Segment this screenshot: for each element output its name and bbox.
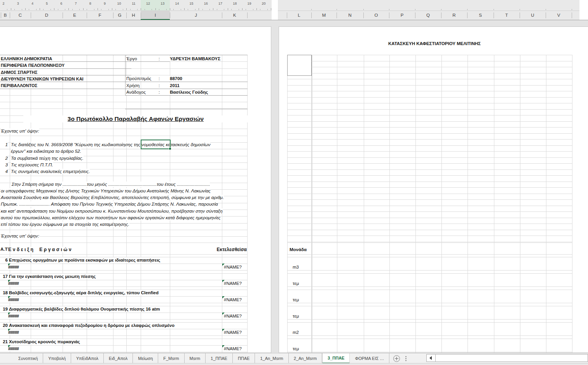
- gridline-h: [125, 89, 248, 89]
- ref-line[interactable]: Τις ισχύουσες Π.Τ.Π.: [11, 162, 53, 168]
- column-header-D[interactable]: D: [31, 11, 63, 19]
- sheet-tab-Μείωση[interactable]: Μείωση: [133, 353, 158, 363]
- gridline-h: [287, 306, 572, 306]
- work-unit-cell[interactable]: τεμ: [293, 281, 299, 286]
- project-label[interactable]: Προϋπ/σμός: [126, 76, 151, 81]
- corner-notch: [579, 0, 588, 20]
- dot: [405, 358, 407, 359]
- column-header-K[interactable]: K: [222, 11, 247, 19]
- column-header-U[interactable]: U: [520, 11, 546, 19]
- work-title[interactable]: Επιχώσεις ορυγμάτων με προϊόντα εκσκαφών…: [9, 257, 160, 263]
- project-value[interactable]: Βασίλειος Γούδης: [170, 89, 208, 95]
- work-name-error-cell[interactable]: #NAME?: [224, 313, 242, 319]
- ref-line[interactable]: Τις συνημένες αναλυτικές επιμετρήσεις.: [11, 169, 90, 174]
- column-header-L[interactable]: L: [287, 11, 311, 19]
- active-cell-selection[interactable]: [141, 140, 171, 149]
- work-unit-cell[interactable]: τεμ: [293, 346, 299, 351]
- fill-handle[interactable]: [169, 147, 171, 150]
- column-header-Q[interactable]: Q: [415, 11, 441, 19]
- column-header-M[interactable]: M: [311, 11, 337, 19]
- merged-cell-outline[interactable]: [287, 55, 312, 76]
- project-value[interactable]: 88700: [170, 76, 182, 81]
- sheet-tab-Υποβολή[interactable]: Υποβολή: [43, 353, 71, 363]
- work-name-error-cell[interactable]: #NAME?: [224, 346, 242, 351]
- work-name-error-cell[interactable]: #NAME?: [224, 281, 242, 286]
- sheet-tab-ΦΟΡΜΑ-ΕΙΣ-…[interactable]: ΦΟΡΜΑ ΕΙΣ …: [350, 353, 389, 363]
- agency-line[interactable]: ΔΗΜΟΣ ΣΠΑΡΤΗΣ: [1, 70, 37, 75]
- document-title[interactable]: 3ο Πρωτόκολλο Παραλαβής Αφανών Εργασιών: [23, 115, 248, 122]
- tab-resize-handle-icon[interactable]: [405, 355, 407, 362]
- unit-column-header[interactable]: Μονάδα: [290, 247, 307, 252]
- narrative-line[interactable]: Πρωτοκ. ........................ Απόφαση…: [1, 201, 218, 207]
- gridline-h: [287, 224, 572, 224]
- sheet-tab-ΠΠΑΕ[interactable]: ΠΠΑΕ: [233, 353, 255, 363]
- narrative-line[interactable]: οι υπογράφοντες Μηχανικοί της Δ/νσης Τεχ…: [1, 188, 211, 194]
- column-header-J[interactable]: J: [170, 11, 222, 19]
- sheet-tab-Συνοπτική[interactable]: Συνοπτική: [13, 353, 43, 363]
- column-header-F[interactable]: F: [87, 11, 113, 19]
- column-header-T[interactable]: T: [494, 11, 520, 19]
- project-value[interactable]: 2011: [170, 83, 180, 88]
- sheet-tab-F_Msrm[interactable]: F_Msrm: [158, 353, 184, 363]
- project-label[interactable]: Έργο: [126, 56, 137, 61]
- work-title[interactable]: Βαλβίδες εισαγωγής-εξαγωγής αέρα διπλής …: [9, 290, 159, 295]
- agency-line[interactable]: ΔΙΕΥΘΥΝΣΗ ΤΕΧΝΙΚΩΝ ΥΠΗΡΕΣΙΩΝ ΚΑΙ: [1, 76, 84, 82]
- sheet-tab-ΥπΕιδΑπολ[interactable]: ΥπΕιδΑπολ: [71, 353, 104, 363]
- page2-title[interactable]: ΚΑΤΑΣΚΕΥΗ ΚΑΦΕΣΤΙΑΤΟΡΙΟΥ ΜΕΛΙΤΙΝΗΣ: [357, 41, 512, 46]
- agency-line[interactable]: ΕΛΛΗΝΙΚΗ ΔΗΜΟΚΡΑΤΙΑ: [1, 56, 52, 61]
- column-header-G[interactable]: G: [113, 11, 126, 19]
- column-header-R[interactable]: R: [441, 11, 467, 19]
- horizontal-scrollbar[interactable]: [426, 354, 588, 362]
- ref-line[interactable]: έργων" και ειδικότερα το άρθρο 52.: [11, 148, 81, 154]
- having-regard-line-1[interactable]: Έχοντας υπ' όψην:: [1, 128, 39, 134]
- narrative-line[interactable]: αυτού του πρωτοκόλλου, κατόπιν ελέγχου τ…: [1, 215, 221, 220]
- narrative-line[interactable]: Αναστασία Σουσάνη και Βασίλειος Βερούτης…: [1, 195, 224, 200]
- work-name-error-cell[interactable]: #NAME?: [224, 264, 242, 270]
- column-header-N[interactable]: N: [337, 11, 363, 19]
- column-header-H[interactable]: H: [126, 11, 141, 19]
- column-header-C[interactable]: C: [10, 11, 31, 19]
- agency-line[interactable]: ΠΕΡΙΦΕΡΕΙΑ ΠΕΛΟΠΟΝΝΗΣΟΥ: [1, 63, 65, 68]
- sheet-tab-2_An_Msrm[interactable]: 2_An_Msrm: [289, 353, 322, 363]
- sheet-tab-Ειδ_Απολ[interactable]: Ειδ_Απολ: [104, 353, 133, 363]
- ref-line[interactable]: Τις διατάξεις του Ν. 3669/2008 "Κύρωση τ…: [11, 142, 210, 147]
- column-header-S[interactable]: S: [467, 11, 494, 19]
- work-unit-cell[interactable]: τεμ: [293, 313, 299, 319]
- sheet-tab-Msrm[interactable]: Msrm: [185, 353, 206, 363]
- work-unit-cell[interactable]: m2: [293, 330, 299, 335]
- sheet-tab-1_ΠΠΑΕ[interactable]: 1_ΠΠΑΕ: [206, 353, 233, 363]
- column-header-B[interactable]: B: [1, 11, 10, 19]
- work-name-error-cell[interactable]: #NAME?: [224, 297, 242, 302]
- ref-line[interactable]: Τα συμβατικά τεύχη της εργολαβίας.: [11, 155, 84, 161]
- having-regard-line-2[interactable]: Έχοντας υπ' όψην:: [1, 233, 39, 239]
- work-title[interactable]: Διαφραγματικές βαλβίδες διπλού θαλάμου Ο…: [9, 306, 160, 312]
- column-header-E[interactable]: E: [63, 11, 87, 19]
- ruler-number: 17: [218, 2, 222, 5]
- scroll-left-button[interactable]: [427, 355, 436, 362]
- agency-line[interactable]: ΠΕΡΙΒΑΛΛΟΝΤΟΣ: [1, 83, 37, 88]
- ruler-number: 4: [31, 2, 33, 5]
- column-header-O[interactable]: O: [363, 11, 389, 19]
- project-value[interactable]: ΥΔΡΕΥΣΗ ΒΑΜΒΑΚΟΥΣ: [170, 56, 220, 61]
- narrative-line[interactable]: Στην Σπάρτη σήμερα την .................…: [12, 182, 210, 187]
- sheet-tab-3_ΠΠΑΕ[interactable]: 3_ΠΠΑΕ: [322, 353, 350, 363]
- work-title[interactable]: Ανακατασκευή και επαναφορά πεζοδρομίου η…: [9, 323, 174, 328]
- work-unit-cell[interactable]: m3: [293, 264, 299, 270]
- ruler-minor-tick: [253, 9, 253, 10]
- project-label[interactable]: Χρήση: [126, 83, 140, 88]
- project-label[interactable]: Ανάδοχος: [126, 89, 146, 95]
- sheet-tab-1_An_Msrm[interactable]: 1_An_Msrm: [255, 353, 288, 363]
- narrative-line[interactable]: επί τόπου του έργου σύμφωνα με τα στοιχε…: [1, 222, 129, 227]
- work-name-error-cell[interactable]: #NAME?: [224, 330, 242, 335]
- narrative-line[interactable]: και κατ' αντιπαράσταση του Νομίμου εκπρο…: [1, 208, 223, 214]
- new-sheet-button[interactable]: [393, 355, 400, 362]
- work-title[interactable]: Χυτοσίδηρος κρουνός πυρκαγιάς: [9, 339, 80, 344]
- column-header-V[interactable]: V: [546, 11, 572, 19]
- ruler-minor-tick: [137, 9, 138, 10]
- table-header-works[interactable]: Ένδειξη Εργασιών: [7, 247, 73, 252]
- work-title[interactable]: Για την εγκατάσταση ενος μειωτη πίεσης: [9, 274, 96, 279]
- work-unit-cell[interactable]: τεμ: [293, 297, 299, 302]
- table-header-executed[interactable]: Εκτελεσθείσα: [217, 247, 247, 252]
- column-header-I[interactable]: I: [141, 11, 170, 20]
- column-header-P[interactable]: P: [389, 11, 415, 19]
